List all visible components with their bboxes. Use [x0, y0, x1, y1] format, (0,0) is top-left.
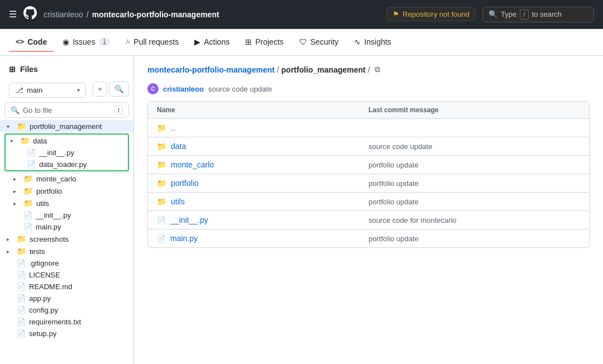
tree-item-license[interactable]: 📄 LICENSE — [0, 269, 133, 281]
file-link[interactable]: data — [171, 142, 186, 151]
tree-item-init-py-data[interactable]: 📄 __init__.py — [6, 147, 128, 159]
commit-message: source code update — [208, 85, 272, 93]
add-file-button[interactable]: + — [93, 82, 107, 97]
tree-item-screenshots[interactable]: ▸ 📁 screenshots — [0, 233, 133, 245]
top-nav: ☰ cristianleoo / montecarlo-portfolio-ma… — [0, 0, 603, 29]
slash-key: / — [520, 9, 528, 20]
files-label: Files — [20, 65, 38, 74]
tree-label: setup.py — [29, 329, 56, 338]
issues-badge: 1 — [99, 37, 111, 46]
tree-label: README.md — [29, 282, 72, 291]
tab-pull-requests[interactable]: ⑃ Pull requests — [119, 33, 185, 52]
file-link[interactable]: main.py — [170, 234, 198, 243]
tree-item-data[interactable]: ▾ 📁 data — [6, 135, 128, 147]
tree-item-readme[interactable]: 📄 README.md — [0, 281, 133, 293]
chevron-right-icon: ▸ — [13, 176, 20, 182]
file-icon: 📄 — [23, 211, 32, 219]
tree-item-monte-carlo[interactable]: ▸ 📁 monte_carlo — [0, 173, 133, 185]
repo-breadcrumb: cristianleoo / montecarlo-portfolio-mana… — [44, 10, 219, 19]
table-row[interactable]: 📄 main.py portfolio update — [148, 229, 589, 247]
tree-label: screenshots — [30, 235, 69, 243]
copy-path-button[interactable]: ⧉ — [375, 65, 380, 74]
tree-item-portfolio[interactable]: ▸ 📁 portfolio — [0, 185, 133, 197]
github-logo — [23, 6, 37, 23]
file-link[interactable]: utils — [171, 197, 185, 206]
table-row[interactable]: 📄 __init__.py source code for montecarlo — [148, 211, 589, 229]
commit-msg: source code for montecarlo — [368, 216, 580, 224]
tree-label: __init__.py — [36, 211, 71, 219]
folder-icon: 📁 — [157, 142, 166, 151]
tree-label: LICENSE — [29, 271, 60, 279]
tab-actions[interactable]: ▶ Actions — [188, 33, 236, 52]
tree-item-init-root[interactable]: 📄 __init__.py — [0, 209, 133, 221]
file-icon: 📄 — [17, 282, 26, 291]
tree-item-main-py[interactable]: 📄 main.py — [0, 221, 133, 233]
tab-projects[interactable]: ⊞ Projects — [238, 33, 290, 52]
chevron-right-icon: ▸ — [13, 200, 20, 207]
breadcrumb-folder[interactable]: portfolio_management — [281, 65, 366, 74]
tab-code[interactable]: <> Code — [9, 33, 54, 52]
table-row[interactable]: 📁 .. — [148, 119, 589, 137]
tree-item-config-py[interactable]: 📄 config.py — [0, 304, 133, 316]
tree-item-requirements[interactable]: 📄 requirements.txt — [0, 316, 133, 328]
commit-msg: portfolio update — [368, 161, 580, 169]
tree-label: data_loader.py — [39, 160, 87, 169]
table-row[interactable]: 📁 utils portfolio update — [148, 193, 589, 211]
table-row[interactable]: 📁 monte_carlo portfolio update — [148, 156, 589, 174]
file-link[interactable]: .. — [171, 123, 175, 132]
tree-label: app.py — [29, 294, 51, 303]
search-files-button[interactable]: 🔍 — [109, 82, 129, 97]
file-icon: 📄 — [17, 294, 26, 303]
chevron-right-icon: ▸ — [7, 236, 13, 242]
goto-file[interactable]: 🔍 Go to file t — [4, 102, 129, 118]
chevron-down-icon: ▾ — [10, 138, 17, 144]
folder-icon: 📁 — [157, 160, 166, 169]
table-header: Name Last commit message — [148, 102, 589, 119]
tab-issues[interactable]: ◉ Issues 1 — [56, 33, 117, 52]
username-link[interactable]: cristianleoo — [44, 10, 83, 19]
file-icon: 📄 — [17, 329, 26, 338]
tree-item-portfolio-management[interactable]: ▾ 📁 portfolio_management — [0, 120, 133, 132]
file-icon: 📄 — [17, 271, 26, 279]
commit-msg: portfolio update — [368, 234, 580, 243]
name-cell: 📁 data — [157, 142, 368, 151]
branch-name: main — [27, 86, 74, 94]
tree-item-app-py[interactable]: 📄 app.py — [0, 293, 133, 304]
repo-name-link[interactable]: montecarlo-portfolio-management — [92, 10, 219, 19]
tree-item-setup-py[interactable]: 📄 setup.py — [0, 328, 133, 339]
pr-icon: ⑃ — [126, 37, 130, 46]
tab-security[interactable]: 🛡 Security — [293, 33, 346, 52]
commit-info: C cristianleoo source code update — [147, 83, 590, 94]
breadcrumb-sep1: / — [277, 65, 279, 74]
table-row[interactable]: 📁 data source code update — [148, 137, 589, 156]
folder-icon: 📁 — [23, 174, 33, 183]
breadcrumb-repo-link[interactable]: montecarlo-portfolio-management — [147, 65, 275, 74]
tree-item-utils[interactable]: ▸ 📁 utils — [0, 197, 133, 209]
search-bar[interactable]: 🔍 Type / to search — [482, 7, 594, 22]
hamburger-icon[interactable]: ☰ — [9, 9, 17, 20]
branch-selector[interactable]: ⎇ main ▾ — [9, 83, 86, 98]
tree-label: portfolio — [36, 187, 62, 195]
table-row[interactable]: 📁 portfolio portfolio update — [148, 174, 589, 193]
tree-label: main.py — [36, 223, 61, 231]
name-cell: 📁 utils — [157, 197, 368, 206]
file-link[interactable]: monte_carlo — [171, 160, 214, 169]
search-icon: 🔍 — [489, 10, 497, 18]
commit-msg: portfolio update — [368, 198, 580, 206]
file-table: Name Last commit message 📁 .. 📁 data sou… — [147, 101, 590, 248]
file-link[interactable]: __init__.py — [170, 215, 208, 224]
tree-item-data-loader[interactable]: 📄 data_loader.py — [6, 159, 128, 170]
goto-shortcut: t — [114, 106, 123, 114]
name-cell: 📄 main.py — [157, 234, 368, 243]
file-link[interactable]: portfolio — [171, 179, 199, 188]
commit-author[interactable]: cristianleoo — [163, 85, 204, 93]
search-suffix: to search — [532, 10, 562, 18]
tree-label: data — [33, 137, 47, 145]
tree-label: monte_carlo — [36, 175, 76, 183]
insights-icon: ∿ — [354, 37, 361, 46]
file-icon: 📄 — [17, 318, 26, 326]
tree-label: portfolio_management — [30, 122, 102, 131]
tree-item-tests[interactable]: ▸ 📁 tests — [0, 245, 133, 257]
tree-item-gitignore[interactable]: 📄 .gitignore — [0, 257, 133, 269]
tab-insights[interactable]: ∿ Insights — [347, 33, 398, 52]
